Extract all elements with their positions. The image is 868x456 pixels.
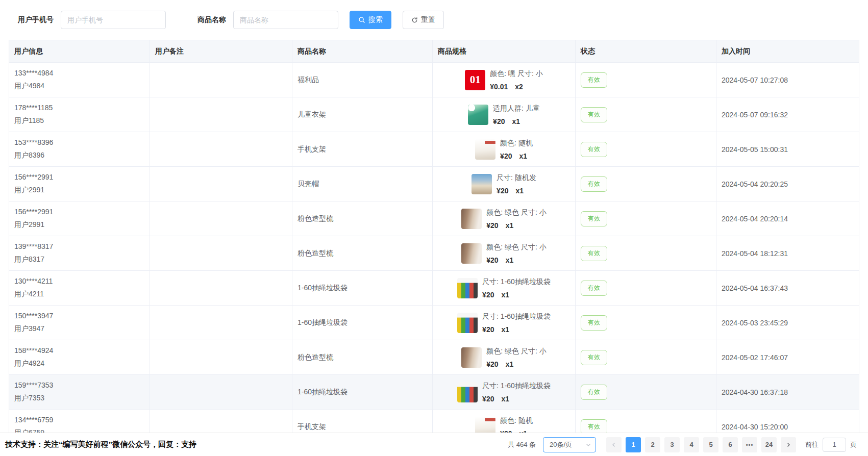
quantity: x1 (506, 221, 514, 230)
product-name: 儿童衣架 (292, 97, 433, 132)
spec-attributes: 颜色: 随机 (500, 139, 533, 148)
product-image[interactable] (457, 313, 478, 333)
more-pages-button[interactable]: ••• (742, 437, 757, 452)
table-row: 156****2991 用户2991 粉色造型梳 颜色: 绿色 尺寸: 小 ¥2… (9, 201, 859, 236)
user-phone: 133****4984 (14, 69, 144, 77)
status-badge: 有效 (581, 350, 607, 365)
spec-attributes: 颜色: 绿色 尺寸: 小 (486, 208, 546, 217)
price: ¥20 (493, 117, 505, 125)
cart-table: 用户信息 用户备注 商品名称 商品规格 状态 加入时间 133****4984 … (9, 40, 859, 444)
table-row: 158****4924 用户4924 粉色造型梳 颜色: 绿色 尺寸: 小 ¥2… (9, 340, 859, 375)
page-button-2[interactable]: 2 (645, 437, 660, 452)
search-button[interactable]: 搜索 (350, 11, 391, 29)
next-page-button[interactable] (781, 437, 796, 452)
join-time: 2024-05-03 23:45:29 (716, 306, 859, 340)
user-remark (150, 132, 292, 167)
user-nickname: 用户2991 (14, 220, 144, 230)
search-icon (358, 16, 365, 23)
product-name: 1-60抽绳垃圾袋 (292, 375, 433, 410)
price: ¥20 (500, 152, 512, 160)
join-time: 2024-05-04 20:20:14 (716, 201, 859, 236)
spec-attributes: 颜色: 绿色 尺寸: 小 (486, 243, 546, 252)
status-badge: 有效 (581, 315, 607, 331)
product-name: 福利品 (292, 63, 433, 97)
goto-page-input[interactable] (823, 438, 846, 452)
product-name: 1-60抽绳垃圾袋 (292, 306, 433, 340)
join-time: 2024-05-04 16:37:43 (716, 271, 859, 306)
column-header-remark: 用户备注 (150, 40, 292, 63)
quantity: x1 (512, 117, 520, 125)
pagination: 共 464 条 20条/页 123456 ••• 24 前往 页 (508, 437, 857, 452)
support-text: 技术支持：关注“编写美好前程”微信公众号，回复：支持 (5, 440, 196, 449)
product-name: 1-60抽绳垃圾袋 (292, 271, 433, 306)
user-phone: 150****3947 (14, 312, 144, 320)
product-name-input[interactable] (233, 11, 338, 29)
page-button-6[interactable]: 6 (723, 437, 738, 452)
product-name-label: 商品名称 (197, 15, 226, 24)
product-name: 粉色造型梳 (292, 340, 433, 375)
join-time: 2024-05-04 20:20:25 (716, 167, 859, 201)
page-button-3[interactable]: 3 (664, 437, 680, 452)
user-remark (150, 201, 292, 236)
user-nickname: 用户8317 (14, 255, 144, 264)
page-size-select[interactable]: 20条/页 (543, 437, 596, 452)
user-nickname: 用户2991 (14, 186, 144, 195)
price: ¥20 (482, 325, 494, 334)
column-header-spec: 商品规格 (433, 40, 576, 63)
join-time: 2024-05-02 17:46:07 (716, 340, 859, 375)
user-nickname: 用户4984 (14, 82, 144, 91)
status-badge: 有效 (581, 107, 607, 122)
table-row: 130****4211 用户4211 1-60抽绳垃圾袋 尺寸: 1-60抽绳垃… (9, 271, 859, 306)
total-count: 共 464 条 (508, 440, 536, 449)
column-header-time: 加入时间 (716, 40, 859, 63)
product-image[interactable] (461, 209, 482, 229)
table-row: 133****4984 用户4984 福利品 颜色: 嘿 尺寸: 小 ¥0.01… (9, 63, 859, 97)
user-remark (150, 236, 292, 271)
status-badge: 有效 (581, 176, 607, 192)
product-image[interactable] (465, 70, 485, 90)
user-nickname: 用户8396 (14, 151, 144, 160)
quantity: x1 (506, 256, 514, 264)
page-button-5[interactable]: 5 (703, 437, 718, 452)
reset-button[interactable]: 重置 (403, 11, 444, 29)
status-badge: 有效 (581, 142, 607, 157)
product-image[interactable] (457, 382, 478, 402)
user-remark (150, 375, 292, 410)
page-button-1[interactable]: 1 (626, 437, 641, 452)
product-name: 手机支架 (292, 132, 433, 167)
product-image[interactable] (461, 243, 482, 264)
product-image[interactable] (472, 174, 492, 194)
product-image[interactable] (461, 347, 482, 368)
spec-attributes: 尺寸: 1-60抽绳垃圾袋 (482, 382, 551, 391)
spec-attributes: 颜色: 随机 (500, 416, 533, 425)
phone-input[interactable] (61, 11, 166, 29)
product-image[interactable] (475, 139, 495, 160)
table-header: 用户信息 用户备注 商品名称 商品规格 状态 加入时间 (9, 40, 859, 63)
page-button-4[interactable]: 4 (684, 437, 699, 452)
table-row: 139****8317 用户8317 粉色造型梳 颜色: 绿色 尺寸: 小 ¥2… (9, 236, 859, 271)
join-time: 2024-05-07 09:16:32 (716, 97, 859, 132)
status-badge: 有效 (581, 385, 607, 400)
join-time: 2024-05-04 18:12:31 (716, 236, 859, 271)
status-badge: 有效 (581, 419, 607, 435)
product-image[interactable] (457, 278, 478, 298)
column-header-user: 用户信息 (9, 40, 150, 63)
product-name: 贝壳帽 (292, 167, 433, 201)
refresh-icon (411, 17, 418, 23)
prev-page-button[interactable] (606, 437, 622, 452)
user-nickname: 用户7353 (14, 394, 144, 403)
status-badge: 有效 (581, 211, 607, 226)
goto-label: 前往 (805, 440, 819, 449)
user-remark (150, 306, 292, 340)
spec-attributes: 颜色: 嘿 尺寸: 小 (490, 69, 542, 79)
table-row: 153****8396 用户8396 手机支架 颜色: 随机 ¥20x1 有效 … (9, 132, 859, 167)
table-row: 150****3947 用户3947 1-60抽绳垃圾袋 尺寸: 1-60抽绳垃… (9, 306, 859, 340)
product-image[interactable] (468, 105, 488, 125)
table-row: 156****2991 用户2991 贝壳帽 尺寸: 随机发 ¥20x1 有效 … (9, 167, 859, 201)
quantity: x1 (519, 152, 527, 160)
page-button-24[interactable]: 24 (761, 437, 777, 452)
user-phone: 139****8317 (14, 242, 144, 250)
table-body: 133****4984 用户4984 福利品 颜色: 嘿 尺寸: 小 ¥0.01… (9, 63, 859, 444)
user-remark (150, 63, 292, 97)
phone-label: 用户手机号 (18, 15, 54, 24)
